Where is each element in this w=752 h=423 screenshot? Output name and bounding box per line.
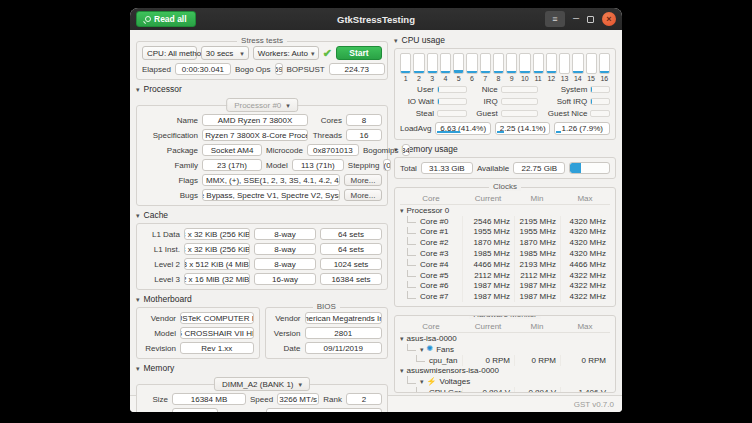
stress-duration-select[interactable]: 30 secs▾ <box>201 46 249 60</box>
microcode-value[interactable]: 0x8701013 <box>307 144 359 156</box>
hwmon-voltages-group-row[interactable]: ▾⚡Voltages <box>400 376 610 387</box>
cache-size-value[interactable]: 8 x 32 KiB (256 KiB) <box>184 243 250 255</box>
bugs-value[interactable]: Spec Store Bypass, Spectre V1, Spectre V… <box>202 189 340 201</box>
dimm-selector[interactable]: DIMM_A2 (BANK 1)▾ <box>214 377 310 391</box>
elapsed-value[interactable]: 0:00:30.041 <box>175 63 231 75</box>
cache-size-value[interactable]: 8 x 32 KiB (256 KiB) <box>184 228 250 240</box>
cpu-usage-expander-label: CPU usage <box>402 35 445 45</box>
model-label: Model <box>266 161 288 170</box>
cpu-core-number: 9 <box>506 75 517 82</box>
bogo-ops-value[interactable]: 106979 <box>275 63 283 75</box>
bugs-label: Bugs <box>142 191 198 200</box>
cache-way-value[interactable]: 8-way <box>254 228 316 240</box>
mem-type-detail-value[interactable]: Synchronous Unbuffered (Unregistered) <box>266 408 382 412</box>
cpu-usage-expander[interactable]: ▾ CPU usage <box>394 35 616 45</box>
cache-way-value[interactable]: 8-way <box>254 258 316 270</box>
mem-rank-value[interactable]: 2 <box>346 393 382 405</box>
bogomips-value[interactable]: 7784.84 <box>402 144 410 156</box>
stress-tests-frame-label: Stress tests <box>137 36 387 45</box>
cache-expander[interactable]: ▾ Cache <box>136 210 388 220</box>
mem-speed-value[interactable]: 3266 MT/s <box>277 393 319 405</box>
clocks-group-row[interactable]: ▾Processor 0 <box>400 205 610 216</box>
clock-row[interactable]: Core #21870 MHz1870 MHz4320 MHz <box>400 237 610 248</box>
package-value[interactable]: Socket AM4 <box>202 144 262 156</box>
stepping-value[interactable]: 0 (0h) <box>383 159 391 171</box>
minimize-icon[interactable]: – <box>573 15 579 24</box>
cache-way-value[interactable]: 16-way <box>254 273 316 285</box>
mb-revision-value[interactable]: Rev 1.xx <box>180 342 254 354</box>
cache-sets-value[interactable]: 1024 sets <box>320 258 382 270</box>
hwmon-sensor-row[interactable]: cpu_fan 0 RPM0 RPM0 RPM <box>400 355 610 366</box>
user-label: User <box>400 85 434 94</box>
clock-row[interactable]: Core #02546 MHz2195 MHz4320 MHz <box>400 216 610 227</box>
chevron-down-icon: ▾ <box>240 50 244 57</box>
hwmon-sensor-row[interactable]: CPU Core Voltage0.894 V0.894 V1.406 V <box>400 387 610 393</box>
bugs-more-button[interactable]: More... <box>344 189 382 201</box>
threads-value[interactable]: 16 <box>346 129 382 141</box>
processor-expander[interactable]: ▾ Processor <box>136 84 388 94</box>
bios-date-value[interactable]: 09/11/2019 <box>305 342 383 354</box>
clock-row[interactable]: Core #31985 MHz1985 MHz4320 MHz <box>400 248 610 259</box>
bopsust-value[interactable]: 224.73 <box>329 63 385 75</box>
read-all-button[interactable]: Read all <box>136 11 196 27</box>
cores-value[interactable]: 8 <box>346 114 382 126</box>
clock-row[interactable]: Core #52112 MHz2112 MHz4322 MHz <box>400 270 610 281</box>
bios-vendor-value[interactable]: American Megatrends Inc. <box>305 312 383 324</box>
cache-row-label: L1 Data <box>142 230 180 239</box>
flags-value[interactable]: MMX, (+), SSE(1, 2, 3, 3S, 4.1, 4.2, 4A)… <box>202 174 340 186</box>
microcode-label: Microcode <box>266 146 303 155</box>
hamburger-menu-icon[interactable]: ≡ <box>545 11 565 27</box>
cache-expander-label: Cache <box>144 210 169 220</box>
elapsed-label: Elapsed <box>142 65 171 74</box>
clocks-table-header[interactable]: Core Current Min Max <box>400 192 610 205</box>
start-button[interactable]: Start <box>336 46 382 60</box>
motherboard-expander[interactable]: ▾ Motherboard <box>136 294 388 304</box>
clock-row[interactable]: Core #71987 MHz1987 MHz4322 MHz <box>400 291 610 302</box>
hardware-monitor-frame-label: Hardware Monitor <box>395 315 615 319</box>
cache-sets-value[interactable]: 16384 sets <box>320 273 382 285</box>
cpu-core-bar <box>572 53 583 74</box>
mem-type-value[interactable]: DDR4 <box>172 408 218 412</box>
clock-row[interactable]: Core #61987 MHz1987 MHz4322 MHz <box>400 281 610 292</box>
mb-vendor-value[interactable]: ASUSTeK COMPUTER INC. <box>180 312 254 324</box>
cache-way-value[interactable]: 8-way <box>254 243 316 255</box>
mem-size-value[interactable]: 16384 MB <box>172 393 246 405</box>
tree-branch-icon <box>407 248 416 255</box>
cpu-core-number: 13 <box>559 75 570 82</box>
bios-version-value[interactable]: 2801 <box>305 327 383 339</box>
mem-available-value[interactable]: 22.75 GiB <box>513 162 565 174</box>
clock-row[interactable]: Core #11955 MHz1955 MHz4320 MHz <box>400 227 610 238</box>
stress-workers-select[interactable]: Workers: Auto▾ <box>253 46 319 60</box>
bios-frame: BIOS Vendor American Megatrends Inc. Ver… <box>265 307 389 359</box>
cpu-core-number: 12 <box>546 75 557 82</box>
tree-expander-icon: ▾ <box>400 207 404 214</box>
maximize-icon[interactable] <box>587 16 594 23</box>
close-icon[interactable]: × <box>602 12 616 26</box>
hwmon-chip-row[interactable]: ▾asus-isa-0000 <box>400 333 610 344</box>
flags-more-button[interactable]: More... <box>344 174 382 186</box>
memory-expander[interactable]: ▾ Memory <box>136 363 388 373</box>
cache-sets-value[interactable]: 64 sets <box>320 228 382 240</box>
memory-usage-expander[interactable]: ▾ Memory usage <box>394 144 616 154</box>
cache-size-value[interactable]: 2 x 16 MiB (32 MiB) <box>184 273 250 285</box>
mb-model-value[interactable]: ROG CROSSHAIR VII HERO <box>180 327 254 339</box>
cpu-name-value[interactable]: AMD Ryzen 7 3800X <box>202 114 308 126</box>
tree-branch-icon <box>407 291 416 298</box>
clock-row[interactable]: Core #44466 MHz2193 MHz4466 MHz <box>400 259 610 270</box>
system-bar <box>590 86 610 93</box>
model-value[interactable]: 113 (71h) <box>292 159 344 171</box>
specification-value[interactable]: AMD Ryzen 7 3800X 8-Core Processor <box>202 129 308 141</box>
processor-selector[interactable]: Processor #0▾ <box>226 98 298 112</box>
cpu-core-number: 11 <box>533 75 544 82</box>
cache-size-value[interactable]: 8 x 512 KiB (4 MiB) <box>184 258 250 270</box>
hwmon-table-header[interactable]: Core Current Min Max <box>400 320 610 333</box>
hwmon-chip-row[interactable]: ▾asuswmisensors-isa-0000 <box>400 366 610 377</box>
stress-method-select[interactable]: CPU: All methods▾ <box>142 46 197 60</box>
mem-rank-label: Rank <box>323 395 342 404</box>
family-value[interactable]: 23 (17h) <box>202 159 262 171</box>
mem-total-value[interactable]: 31.33 GiB <box>421 162 473 174</box>
motherboard-expander-label: Motherboard <box>144 294 192 304</box>
hwmon-fans-group-row[interactable]: ▾✺Fans <box>400 344 610 355</box>
cpu-core-number: 16 <box>599 75 610 82</box>
cache-sets-value[interactable]: 64 sets <box>320 243 382 255</box>
